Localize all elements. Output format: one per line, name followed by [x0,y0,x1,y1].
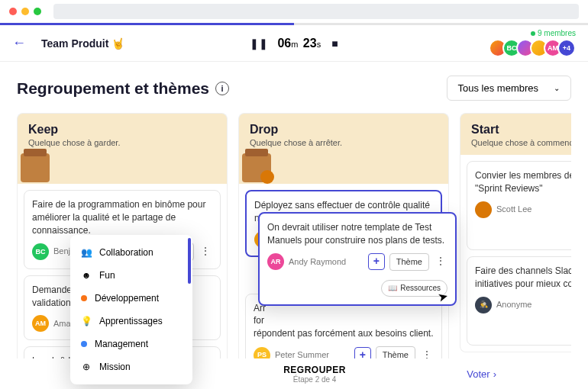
dd-item-learning[interactable]: 💡Apprentissages [70,310,192,333]
timer-display: 06m 23s [277,37,322,50]
anonymous-icon: 🕵 [475,297,492,313]
card-footer: 🕵 Anonyme + [475,297,571,313]
dd-item-fun[interactable]: ☻Fun [70,264,192,287]
column-header-start: Start Quelque chose à commencer. [460,113,571,155]
timer-minutes: 06 [277,37,291,50]
target-icon: ⊕ [81,362,92,372]
box-icon [242,153,271,182]
filter-label: Tous les membres [458,82,538,94]
card-text: Faire des channels Slack dédiés à nos si… [475,265,571,291]
column-header-drop: Drop Quelque chose à arrêter. [238,113,449,184]
team-name: Team Produit 🤘 [41,37,124,50]
column-title: Start [471,123,571,137]
author-name: Andy Raymond [289,256,363,268]
smile-icon: ☻ [81,270,92,281]
nav-vote[interactable]: Voter › [467,368,496,380]
topbar: ← Team Produit 🤘 ❚❚ 06m 23s ■ 9 membres … [0,25,588,62]
browser-chrome [0,0,588,23]
avatar-stack[interactable]: BC AM +4 [493,39,576,57]
avatar-more[interactable]: +4 [557,39,576,57]
url-bar[interactable] [53,4,579,19]
nav-step-indicator: REGROUPER Étape 2 de 4 [283,365,346,384]
author-avatar [475,201,492,218]
author-avatar: BC [32,243,49,260]
members-area: 9 membres BC AM +4 [493,29,576,57]
column-title: Drop [250,123,438,137]
dd-item-mission[interactable]: ⊕Mission [70,355,192,378]
column-subtitle: Quelque chose à garder. [28,138,216,147]
card-text: Arrforrépondent pas forcément aux besoin… [254,302,434,340]
members-count: 9 membres [531,29,576,37]
column-drop: Drop Quelque chose à arrêter. Déployez s… [238,113,449,389]
author-name: Anonyme [496,299,571,310]
card[interactable]: Convier les membres de l'équipe Mark"Spr… [467,161,571,250]
author-avatar: AR [267,253,284,270]
timer-controls: ❚❚ 06m 23s ■ [250,37,338,50]
card-footer: Scott Lee + [475,201,571,218]
theme-dropdown[interactable]: 👥Collaboration ☻Fun Développement 💡Appre… [70,235,192,384]
cards-start: Convier les membres de l'équipe Mark"Spr… [460,155,571,352]
author-name: Scott Lee [496,204,571,215]
box-icon [21,153,50,182]
card-popup[interactable]: On devrait utiliser notre template de Te… [258,212,457,306]
column-start: Start Quelque chose à commencer. Convier… [460,113,571,389]
card-text: Faire de la programmation en binôme pour… [32,198,212,236]
card-footer: AR Andy Raymond + Thème ⋮ [267,253,447,271]
card-text: On devrait utiliser notre template de Te… [267,221,447,247]
add-button[interactable]: + [368,253,385,270]
dd-item-collaboration[interactable]: 👥Collaboration [70,241,192,264]
window-min-dot[interactable] [21,8,29,15]
column-header-keep: Keep Quelque chose à garder. [17,113,228,184]
window-close-dot[interactable] [9,8,17,15]
window-max-dot[interactable] [34,8,41,15]
pause-icon[interactable]: ❚❚ [250,37,268,50]
nav-step-label: REGROUPER [283,365,346,375]
members-filter-dropdown[interactable]: Tous les membres ⌄ [447,76,571,101]
header-row: Regroupement et thèmes i Tous les membre… [17,76,571,101]
more-icon[interactable]: ⋮ [199,244,212,259]
column-subtitle: Quelque chose à arrêter. [250,138,438,147]
column-subtitle: Quelque chose à commencer. [471,138,571,147]
dd-item-management[interactable]: Management [70,333,192,355]
nav-step-sub: Étape 2 de 4 [283,375,346,384]
chevron-down-icon: ⌄ [554,84,560,92]
people-icon: 👥 [81,247,92,258]
blue-dot-icon [81,341,87,347]
card-text: Convier les membres de l'équipe Mark"Spr… [475,169,571,195]
info-icon[interactable]: i [215,82,229,95]
author-avatar: AM [32,315,49,332]
orange-dot-icon [81,295,87,301]
bulb-icon: 💡 [81,316,92,326]
dd-item-dev[interactable]: Développement [70,287,192,310]
back-button[interactable]: ← [12,35,26,51]
page-title: Regroupement et thèmes i [17,79,229,98]
dropdown-scrollbar[interactable] [188,238,191,284]
card[interactable]: Faire des channels Slack dédiés à nos si… [467,256,571,346]
theme-button[interactable]: Thème [389,253,429,271]
timer-seconds: 23 [303,37,317,50]
column-title: Keep [28,123,216,137]
more-icon[interactable]: ⋮ [434,254,447,269]
stop-icon[interactable]: ■ [331,37,338,50]
